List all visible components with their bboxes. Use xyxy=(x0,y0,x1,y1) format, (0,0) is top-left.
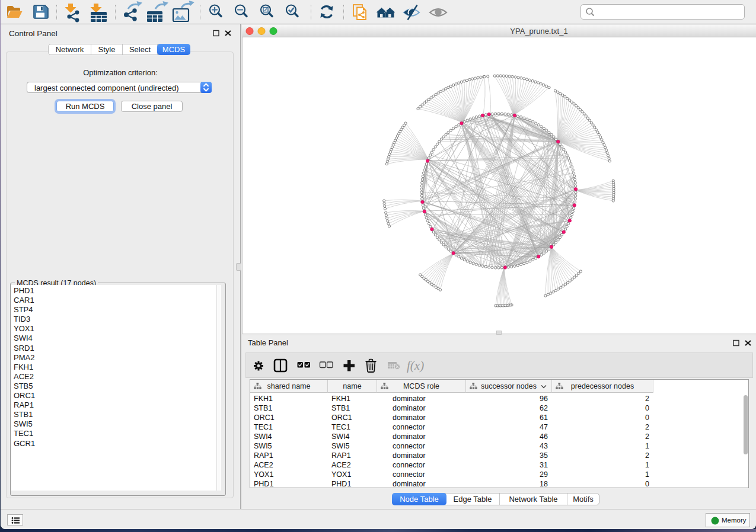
svg-text:f(x): f(x) xyxy=(407,358,424,373)
